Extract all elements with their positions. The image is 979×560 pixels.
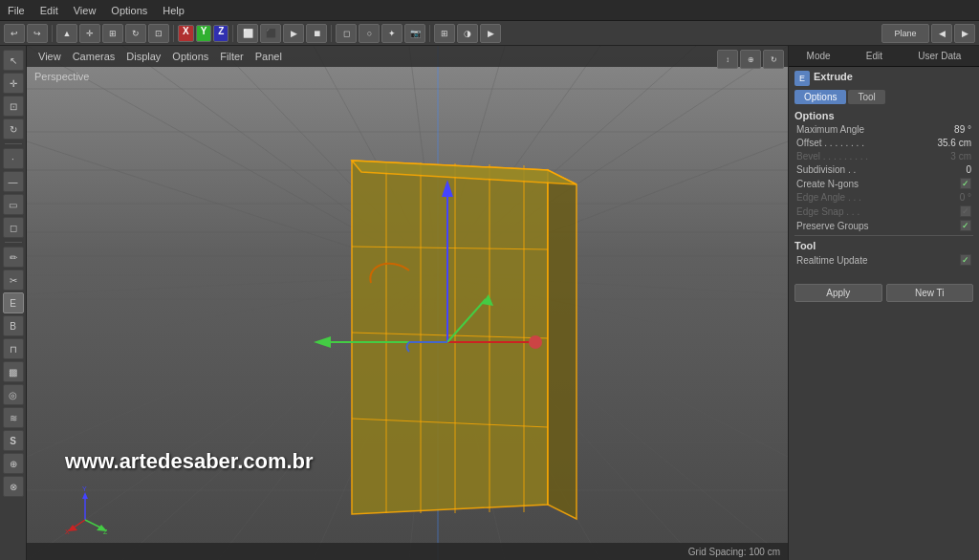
rp-row-edgesnap: Edge Snap . . . ✓ <box>794 205 973 217</box>
menu-help[interactable]: Help <box>155 3 192 18</box>
rp-extrude-title: Extrude <box>814 71 853 82</box>
tool-points[interactable]: · <box>3 148 24 169</box>
rp-label-edgesnap: Edge Snap . . . <box>796 206 960 217</box>
bottom-bar: Grid Spacing: 100 cm <box>27 543 788 560</box>
rotate-btn[interactable]: ↻ <box>125 24 146 43</box>
tool-edges[interactable]: — <box>3 171 24 192</box>
svg-marker-63 <box>82 492 88 499</box>
tb-btn-2[interactable]: ⬛ <box>260 24 281 43</box>
tb-extra2[interactable]: ▶ <box>954 24 975 43</box>
vp-menu-options[interactable]: Options <box>166 49 214 64</box>
main-layout: ↖ ✛ ⊡ ↻ · — ▭ ◻ ✏ ✂ E B ⊓ ▩ ◎ ≋ S ⊕ ⊗ <box>0 46 979 560</box>
sep2 <box>173 25 174 42</box>
tool-extra[interactable]: ⊕ <box>3 453 24 474</box>
right-panel-header: Mode Edit User Data <box>789 46 979 67</box>
tool-polys[interactable]: ▭ <box>3 194 24 215</box>
menu-edit[interactable]: Edit <box>33 3 66 18</box>
tool-obj[interactable]: ◻ <box>3 217 24 238</box>
tool-select[interactable]: ↖ <box>3 50 24 71</box>
vp-menu-cameras[interactable]: Cameras <box>67 49 121 64</box>
apply-btn[interactable]: Apply <box>794 284 882 302</box>
rp-check-realtime[interactable]: ✓ <box>960 254 971 266</box>
undo-btn[interactable]: ↩ <box>4 24 25 43</box>
newti-btn[interactable]: New Ti <box>886 284 974 302</box>
rp-tabs: Options Tool <box>794 90 973 104</box>
rp-tab-options[interactable]: Options <box>794 90 846 104</box>
tb-btn-4[interactable]: ⏹ <box>306 24 327 43</box>
left-panel: ↖ ✛ ⊡ ↻ · — ▭ ◻ ✏ ✂ E B ⊓ ▩ ◎ ≋ S ⊕ ⊗ <box>0 46 27 560</box>
tool-move[interactable]: ✛ <box>3 73 24 94</box>
sep5 <box>429 25 430 42</box>
grid-btn[interactable]: ⊞ <box>434 24 455 43</box>
vp-menu-panel[interactable]: Panel <box>250 49 288 64</box>
rp-mode[interactable]: Mode <box>801 49 837 63</box>
nav-zoom[interactable]: ⊕ <box>740 50 761 69</box>
mat-btn[interactable]: ◑ <box>457 24 478 43</box>
tool-rotate[interactable]: ↻ <box>3 118 24 140</box>
tb-btn-3[interactable]: ▶ <box>283 24 304 43</box>
axis-z-btn[interactable]: Z <box>213 25 228 42</box>
viewport[interactable]: View Cameras Display Options Filter Pane… <box>27 46 788 560</box>
tool-weld[interactable]: ◎ <box>3 384 24 405</box>
tool-scale[interactable]: ⊡ <box>3 96 24 117</box>
axis-x-btn[interactable]: X <box>178 25 194 42</box>
axis-y-btn[interactable]: Y <box>196 25 212 42</box>
tb-btn-1[interactable]: ⬜ <box>237 24 258 43</box>
rp-row-ngons: Create N-gons ✓ <box>794 178 973 189</box>
cam-btn[interactable]: 📷 <box>404 24 425 43</box>
vp-menu-filter[interactable]: Filter <box>214 49 249 64</box>
sep3 <box>232 25 233 42</box>
vp-menu-display[interactable]: Display <box>120 49 166 64</box>
rp-tool-title: Tool <box>794 240 973 251</box>
vp-menu-view[interactable]: View <box>33 49 67 64</box>
extrude-icon: E <box>794 71 810 86</box>
rp-label-edgeangle: Edge Angle . . . <box>796 192 933 203</box>
menu-view[interactable]: View <box>66 3 104 18</box>
tool-paint[interactable]: ✏ <box>3 247 24 268</box>
nav-move[interactable]: ↕ <box>717 50 738 69</box>
tool-bevel[interactable]: B <box>3 315 24 336</box>
svg-text:Z: Z <box>103 528 108 534</box>
rp-label-offset: Offset . . . . . . . . <box>796 138 933 148</box>
tool-fill[interactable]: ▩ <box>3 361 24 382</box>
redo-btn[interactable]: ↪ <box>27 24 48 43</box>
scene-svg <box>27 46 788 560</box>
tool-sep <box>5 143 22 144</box>
cube-btn[interactable]: ◻ <box>336 24 357 43</box>
rp-edit[interactable]: Edit <box>860 49 888 63</box>
sphere-btn[interactable]: ○ <box>359 24 380 43</box>
light-btn[interactable]: ✦ <box>381 24 402 43</box>
rp-label-maxangle: Maximum Angle <box>796 124 933 135</box>
tool-bridge[interactable]: ⊓ <box>3 338 24 359</box>
move-btn[interactable]: ✛ <box>79 24 100 43</box>
svg-text:Y: Y <box>82 486 87 492</box>
rp-val-offset[interactable]: 35.6 cm <box>933 138 971 148</box>
select-btn[interactable]: ▲ <box>56 24 77 43</box>
watermark: www.artedesaber.com.br <box>65 449 314 474</box>
menu-file[interactable]: File <box>0 3 33 18</box>
rp-check-preservegroups[interactable]: ✓ <box>960 220 971 231</box>
tool-extrude[interactable]: E <box>3 292 24 313</box>
viewport-header: View Cameras Display Options Filter Pane… <box>27 46 788 67</box>
nav-rotate[interactable]: ↻ <box>763 50 784 69</box>
tool-smooth[interactable]: ≋ <box>3 407 24 428</box>
rp-label-subdivision: Subdivision . . <box>796 164 933 175</box>
rp-val-bevel: 3 cm <box>933 151 971 162</box>
menu-options[interactable]: Options <box>103 3 155 18</box>
plane-btn[interactable]: Plane <box>881 24 929 43</box>
render-btn[interactable]: ▶ <box>480 24 501 43</box>
apply-row: Apply New Ti <box>789 280 979 306</box>
scale-btn[interactable]: ⊞ <box>102 24 123 43</box>
rp-userdata[interactable]: User Data <box>912 49 967 63</box>
tool-extra2[interactable]: ⊗ <box>3 476 24 497</box>
rp-check-ngons[interactable]: ✓ <box>960 178 971 189</box>
rp-val-subdivision[interactable]: 0 <box>933 164 971 175</box>
tool-s[interactable]: S <box>3 430 24 451</box>
transform-btn[interactable]: ⊡ <box>148 24 169 43</box>
svg-text:X: X <box>65 528 70 534</box>
rp-val-maxangle[interactable]: 89 ° <box>933 124 971 135</box>
tb-extra1[interactable]: ◀ <box>931 24 952 43</box>
rp-tab-tool[interactable]: Tool <box>848 90 884 104</box>
tool-knife[interactable]: ✂ <box>3 269 24 291</box>
rp-extrude-section: E Extrude Options Tool Options Maximum A… <box>789 67 979 272</box>
